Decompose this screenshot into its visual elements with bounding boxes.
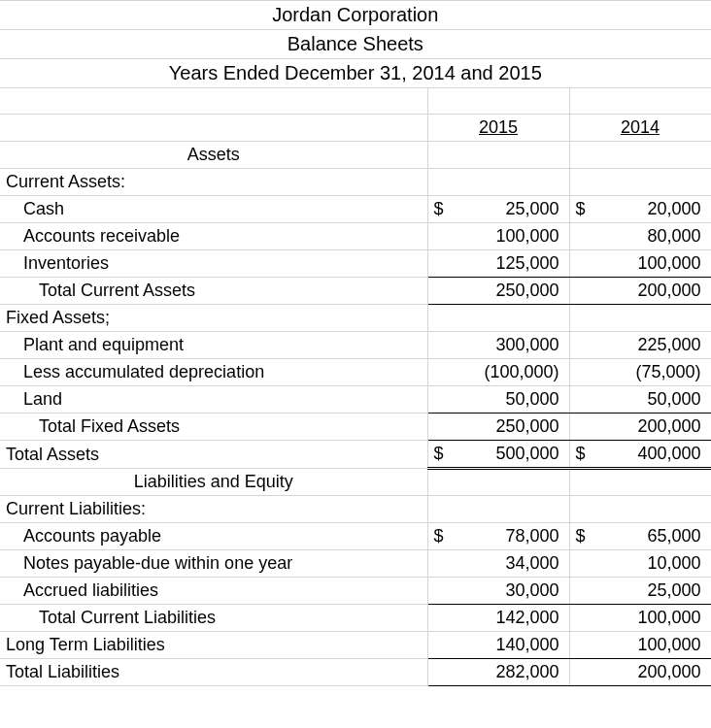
header-period-row: Years Ended December 31, 2014 and 2015: [0, 59, 711, 88]
val-cash-2014: 20,000: [592, 196, 711, 223]
label-inv: Inventories: [0, 250, 427, 278]
row-accrued-liabilities: Accrued liabilities 30,000 25,000: [0, 578, 711, 605]
val-ltl-2015: 140,000: [451, 632, 569, 659]
val-tfa-2014: 200,000: [592, 414, 711, 441]
blank-row: [0, 88, 711, 115]
fixed-assets-heading: Fixed Assets;: [0, 305, 427, 332]
statement-title: Balance Sheets: [0, 30, 711, 59]
label-np: Notes payable-due within one year: [0, 550, 427, 578]
row-total-fixed-assets: Total Fixed Assets 250,000 200,000: [0, 414, 711, 441]
row-accum-depreciation: Less accumulated depreciation (100,000) …: [0, 359, 711, 386]
current-assets-header-row: Current Assets:: [0, 169, 711, 196]
val-tl-2014: 200,000: [592, 659, 711, 686]
label-tl: Total Liabilities: [0, 659, 427, 686]
statement-period: Years Ended December 31, 2014 and 2015: [0, 59, 711, 88]
label-tfa: Total Fixed Assets: [0, 414, 427, 441]
val-inv-2014: 100,000: [592, 250, 711, 278]
liabilities-equity-header-row: Liabilities and Equity: [0, 469, 711, 496]
label-cash: Cash: [0, 196, 427, 223]
val-tca-2015: 250,000: [451, 278, 569, 305]
row-total-current-liabilities: Total Current Liabilities 142,000 100,00…: [0, 605, 711, 632]
label-land: Land: [0, 386, 427, 414]
liab-equity-heading: Liabilities and Equity: [0, 469, 427, 496]
label-accr: Accrued liabilities: [0, 578, 427, 605]
label-dep: Less accumulated depreciation: [0, 359, 427, 386]
current-liabilities-header-row: Current Liabilities:: [0, 496, 711, 523]
val-accr-2014: 25,000: [592, 578, 711, 605]
label-tca: Total Current Assets: [0, 278, 427, 305]
val-ltl-2014: 100,000: [592, 632, 711, 659]
val-inv-2015: 125,000: [451, 250, 569, 278]
val-plant-2015: 300,000: [451, 332, 569, 359]
year-2014: 2014: [569, 115, 711, 142]
row-total-current-assets: Total Current Assets 250,000 200,000: [0, 278, 711, 305]
year-2015: 2015: [427, 115, 569, 142]
row-accounts-payable: Accounts payable $ 78,000 $ 65,000: [0, 523, 711, 550]
val-cash-2015: 25,000: [451, 196, 569, 223]
year-header-row: 2015 2014: [0, 115, 711, 142]
fixed-assets-header-row: Fixed Assets;: [0, 305, 711, 332]
row-accounts-receivable: Accounts receivable 100,000 80,000: [0, 223, 711, 250]
assets-header-row: Assets: [0, 142, 711, 169]
val-dep-2014: (75,000): [592, 359, 711, 386]
label-ap: Accounts payable: [0, 523, 427, 550]
company-name: Jordan Corporation: [0, 1, 711, 30]
val-ar-2015: 100,000: [451, 223, 569, 250]
label-ta: Total Assets: [0, 441, 427, 469]
val-ar-2014: 80,000: [592, 223, 711, 250]
val-tfa-2015: 250,000: [451, 414, 569, 441]
sym-cash-2014: $: [569, 196, 592, 223]
label-plant: Plant and equipment: [0, 332, 427, 359]
row-long-term-liabilities: Long Term Liabilities 140,000 100,000: [0, 632, 711, 659]
val-ta-2014: 400,000: [592, 441, 711, 469]
val-tcl-2014: 100,000: [592, 605, 711, 632]
sym-cash-2015: $: [427, 196, 451, 223]
val-land-2015: 50,000: [451, 386, 569, 414]
val-tca-2014: 200,000: [592, 278, 711, 305]
row-land: Land 50,000 50,000: [0, 386, 711, 414]
val-np-2015: 34,000: [451, 550, 569, 578]
header-company-row: Jordan Corporation: [0, 1, 711, 30]
val-np-2014: 10,000: [592, 550, 711, 578]
row-notes-payable: Notes payable-due within one year 34,000…: [0, 550, 711, 578]
sym-ap-2015: $: [427, 523, 451, 550]
sym-ta-2015: $: [427, 441, 451, 469]
balance-sheet-table: Jordan Corporation Balance Sheets Years …: [0, 0, 711, 686]
val-tcl-2015: 142,000: [451, 605, 569, 632]
assets-heading: Assets: [0, 142, 427, 169]
row-plant-equipment: Plant and equipment 300,000 225,000: [0, 332, 711, 359]
val-ta-2015: 500,000: [451, 441, 569, 469]
sym-ta-2014: $: [569, 441, 592, 469]
row-inventories: Inventories 125,000 100,000: [0, 250, 711, 278]
row-total-assets: Total Assets $ 500,000 $ 400,000: [0, 441, 711, 469]
label-tcl: Total Current Liabilities: [0, 605, 427, 632]
label-ar: Accounts receivable: [0, 223, 427, 250]
current-assets-heading: Current Assets:: [0, 169, 427, 196]
val-accr-2015: 30,000: [451, 578, 569, 605]
current-liab-heading: Current Liabilities:: [0, 496, 427, 523]
row-cash: Cash $ 25,000 $ 20,000: [0, 196, 711, 223]
val-ap-2015: 78,000: [451, 523, 569, 550]
val-land-2014: 50,000: [592, 386, 711, 414]
sym-ap-2014: $: [569, 523, 592, 550]
val-dep-2015: (100,000): [451, 359, 569, 386]
row-total-liabilities: Total Liabilities 282,000 200,000: [0, 659, 711, 686]
label-ltl: Long Term Liabilities: [0, 632, 427, 659]
val-tl-2015: 282,000: [451, 659, 569, 686]
val-plant-2014: 225,000: [592, 332, 711, 359]
val-ap-2014: 65,000: [592, 523, 711, 550]
header-title-row: Balance Sheets: [0, 30, 711, 59]
